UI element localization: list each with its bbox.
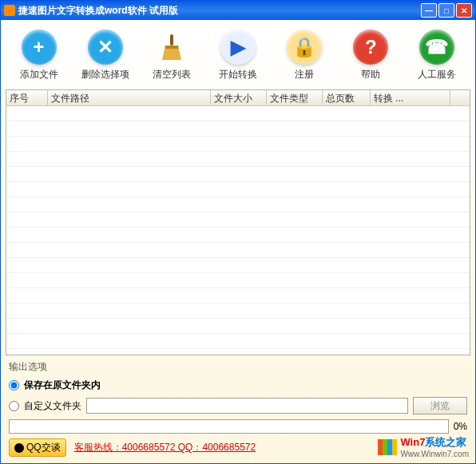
column-header[interactable]: 文件类型 [267,90,323,105]
register-button[interactable]: 🔒注册 [276,30,333,81]
maximize-button[interactable]: □ [438,3,454,18]
column-header[interactable]: 文件路径 [48,90,211,105]
progress-row: 0% [9,419,467,434]
table-body [6,106,470,355]
delete-selected-button[interactable]: ✕删除选择项 [77,30,134,81]
windows-flag-icon [378,439,397,455]
clear-list-button[interactable]: 清空列表 [143,30,200,81]
titlebar: 捷速图片文字转换成word软件 试用版 — □ ✕ [1,1,475,20]
phone-icon: ☎ [419,30,454,65]
output-title: 输出选项 [9,360,467,374]
tool-label: 注册 [295,68,314,81]
tool-label: 添加文件 [20,68,58,81]
qq-chat-button[interactable]: QQ交谈 [9,438,66,457]
plus-icon: + [22,30,57,65]
svg-rect-0 [170,34,173,46]
play-icon: ▶ [220,30,256,65]
column-header[interactable]: 序号 [6,90,48,105]
content-area: +添加文件✕删除选择项清空列表▶开始转换🔒注册?帮助☎人工服务 序号文件路径文件… [1,20,475,463]
qq-icon [14,443,24,453]
delete-icon: ✕ [88,30,123,65]
tool-label: 帮助 [361,68,380,81]
file-table: 序号文件路径文件大小文件类型总页数转换 ... [6,89,470,355]
radio-custom-folder-row[interactable]: 自定义文件夹 浏览 [9,397,467,414]
radio-custom-folder-label: 自定义文件夹 [24,399,81,413]
help-button[interactable]: ?帮助 [342,30,399,81]
radio-same-folder-row[interactable]: 保存在原文件夹内 [9,379,467,392]
radio-same-folder-label: 保存在原文件夹内 [24,379,101,392]
start-convert-button[interactable]: ▶开始转换 [209,30,267,81]
qq-chat-label: QQ交谈 [26,441,61,454]
add-file-button[interactable]: +添加文件 [10,30,68,81]
column-header[interactable]: 文件大小 [211,90,267,105]
tool-label: 开始转换 [219,68,257,81]
broom-icon [154,30,189,65]
support-button[interactable]: ☎人工服务 [408,30,466,81]
toolbar: +添加文件✕删除选择项清空列表▶开始转换🔒注册?帮助☎人工服务 [6,25,470,89]
app-icon [4,5,15,16]
lock-icon: 🔒 [287,30,322,65]
custom-path-input[interactable] [86,398,408,414]
radio-same-folder[interactable] [9,380,19,391]
minimize-button[interactable]: — [421,3,437,18]
progress-text: 0% [454,421,467,432]
watermark: Win7系统之家 Www.Winwin7.com [378,435,469,458]
help-icon: ? [353,30,388,65]
tool-label: 删除选择项 [81,68,129,81]
tool-label: 清空列表 [153,68,191,81]
progress-bar [9,419,449,434]
close-button[interactable]: ✕ [456,3,472,18]
tool-label: 人工服务 [418,68,456,81]
column-header[interactable]: 转换 ... [371,90,450,105]
hotline-text: 客服热线：4006685572 QQ：4006685572 [74,441,256,454]
browse-button[interactable]: 浏览 [413,397,467,414]
radio-custom-folder[interactable] [9,401,19,411]
table-header: 序号文件路径文件大小文件类型总页数转换 ... [6,90,470,106]
window-title: 捷速图片文字转换成word软件 试用版 [18,4,178,18]
app-window: 捷速图片文字转换成word软件 试用版 — □ ✕ +添加文件✕删除选择项清空列… [0,0,476,464]
column-header[interactable]: 总页数 [323,90,371,105]
output-section: 输出选项 保存在原文件夹内 自定义文件夹 浏览 0% [6,355,470,435]
